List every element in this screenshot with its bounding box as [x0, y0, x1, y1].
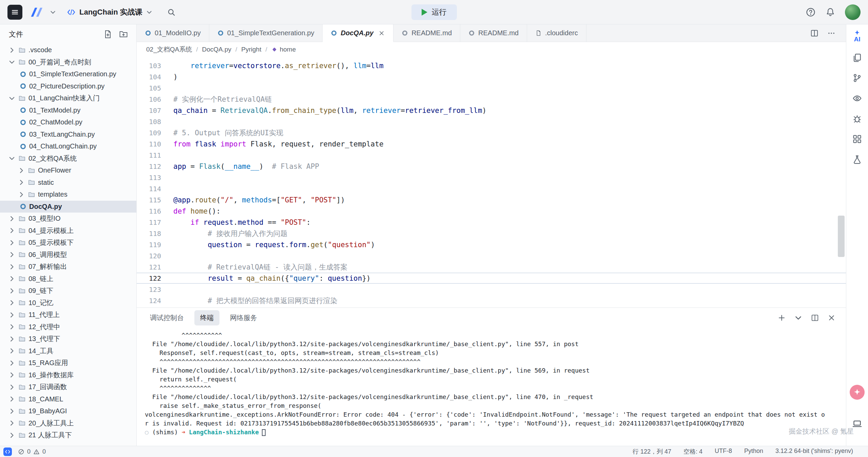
tree-folder-item[interactable]: 02_文档QA系统 [0, 153, 136, 165]
ai-assistant-icon[interactable]: AI [851, 30, 864, 42]
split-editor-icon[interactable] [810, 29, 819, 38]
new-folder-icon[interactable] [119, 29, 128, 39]
tree-folder-item[interactable]: 09_链下 [0, 285, 136, 297]
tree-folder-item[interactable]: .vscode [0, 44, 136, 56]
tree-folder-item[interactable]: 16_操作数据库 [0, 369, 136, 381]
editor-tab[interactable]: DocQA.py [323, 24, 393, 42]
panel-tab[interactable]: 网络服务 [224, 310, 263, 325]
statusbar-item[interactable]: 空格: 4 [683, 448, 702, 456]
code-editor[interactable]: 103 retriever=vectorstore.as_retriever()… [137, 57, 846, 307]
close-panel-icon[interactable] [827, 314, 836, 322]
code-line-104[interactable]: 104) [137, 71, 846, 82]
code-line-122[interactable]: 122 result = qa_chain({"query": question… [137, 273, 846, 284]
code-line-116[interactable]: 116def home(): [137, 205, 846, 217]
breadcrumb-item[interactable]: DocQA.py [202, 46, 231, 53]
editor-tab[interactable]: 01_SimpleTextGeneration.py [209, 24, 323, 42]
code-line-110[interactable]: 110from flask import Flask, request, ren… [137, 138, 846, 150]
more-actions-icon[interactable] [827, 29, 836, 38]
tree-file-item[interactable]: 01_SimpleTextGeneration.py [0, 68, 136, 80]
editor-tab[interactable]: 01_ModelIO.py [137, 24, 209, 42]
code-line-119[interactable]: 119 question = request.form.get("questio… [137, 239, 846, 250]
tree-file-item[interactable]: 02_PictureDescription.py [0, 80, 136, 93]
split-terminal-icon[interactable] [811, 314, 819, 322]
tree-folder-item[interactable]: 17_回调函数 [0, 381, 136, 393]
tree-folder-item[interactable]: 01_LangChain快速入门 [0, 92, 136, 104]
terminal-output[interactable]: ^^^^^^^^^^^ File "/home/cloudide/.local/… [137, 327, 846, 446]
panel-tab[interactable]: 调试控制台 [144, 310, 190, 325]
tree-folder-item[interactable]: 14_工具 [0, 345, 136, 357]
file-copy-icon[interactable] [851, 51, 864, 64]
tree-folder-item[interactable]: 07_解析输出 [0, 261, 136, 273]
tree-folder-item[interactable]: 15_RAG应用 [0, 357, 136, 369]
tree-folder-item[interactable]: 20_人脉工具上 [0, 417, 136, 430]
help-icon[interactable] [806, 7, 816, 17]
statusbar-item[interactable]: Python [744, 448, 763, 456]
assistant-badge-icon[interactable] [850, 385, 865, 400]
bell-icon[interactable] [825, 7, 835, 17]
tree-file-item[interactable]: 03_TextLangChain.py [0, 128, 136, 141]
editor-tab[interactable]: .cloudiderc [527, 24, 586, 42]
tree-folder-item[interactable]: 03_模型IO [0, 213, 136, 225]
run-button[interactable]: 运行 [411, 4, 457, 20]
code-line-124[interactable]: 124 # 把大模型的回答结果返回网页进行渲染 [137, 295, 846, 306]
tree-folder-item[interactable]: 04_提示模板上 [0, 225, 136, 237]
chevron-down-icon[interactable] [50, 9, 56, 16]
tree-folder-item[interactable]: static [0, 177, 136, 189]
breadcrumb-item[interactable]: 02_文档QA系统 [146, 45, 192, 54]
tree-file-item[interactable]: 01_TextModel.py [0, 104, 136, 117]
tree-folder-item[interactable]: OneFlower [0, 164, 136, 177]
code-line-112[interactable]: 112app = Flask(__name__) # Flask APP [137, 161, 846, 172]
statusbar-item[interactable]: 行 122，列 47 [633, 448, 671, 456]
debug-icon[interactable] [851, 112, 864, 125]
menu-button[interactable] [7, 5, 22, 20]
extensions-icon[interactable] [851, 133, 864, 145]
code-line-123[interactable]: 123 [137, 284, 846, 295]
workspace-switcher[interactable]: LangChain 实战课 [66, 7, 153, 17]
preview-icon[interactable] [851, 92, 864, 105]
tests-icon[interactable] [851, 153, 864, 166]
avatar[interactable] [845, 4, 861, 20]
terminal-dropdown-icon[interactable] [794, 314, 803, 322]
code-line-121[interactable]: 121 # RetrievalQA链 - 读入问题，生成答案 [137, 261, 846, 273]
tree-folder-item[interactable]: 12_代理中 [0, 321, 136, 333]
tree-folder-item[interactable]: 19_BabyAGI [0, 405, 136, 417]
code-line-111[interactable]: 111 [137, 150, 846, 161]
editor-tab[interactable]: README.md [460, 24, 527, 42]
statusbar-item[interactable]: 3.12.2 64-bit ('shims': pyenv) [775, 448, 853, 456]
breadcrumb-item[interactable]: Pyright [241, 46, 261, 53]
tree-folder-item[interactable]: templates [0, 188, 136, 201]
search-icon[interactable] [167, 8, 176, 17]
code-line-118[interactable]: 118 # 接收用户输入作为问题 [137, 228, 846, 239]
tree-file-item[interactable]: DocQA.py [0, 201, 136, 213]
code-line-115[interactable]: 115@app.route("/", methods=["GET", "POST… [137, 194, 846, 205]
code-line-107[interactable]: 107qa_chain = RetrievalQA.from_chain_typ… [137, 105, 846, 116]
tree-folder-item[interactable]: 18_CAMEL [0, 393, 136, 405]
code-line-109[interactable]: 109# 5. Output 问答系统的UI实现 [137, 127, 846, 138]
tree-folder-item[interactable]: 00_开篇词_奇点时刻 [0, 56, 136, 68]
code-line-103[interactable]: 103 retriever=vectorstore.as_retriever()… [137, 60, 846, 71]
tree-file-item[interactable]: 02_ChatModel.py [0, 116, 136, 128]
new-file-icon[interactable] [103, 29, 113, 39]
remote-indicator[interactable] [3, 448, 12, 456]
code-line-120[interactable]: 120 [137, 250, 846, 261]
tree-folder-item[interactable]: 06_调用模型 [0, 249, 136, 261]
tree-folder-item[interactable]: 21 人脉工具下 [0, 429, 136, 441]
tree-folder-item[interactable]: 10_记忆 [0, 297, 136, 309]
code-line-117[interactable]: 117 if request.method == "POST": [137, 217, 846, 228]
code-line-105[interactable]: 105 [137, 82, 846, 94]
tree-folder-item[interactable]: 05_提示模板下 [0, 237, 136, 249]
tree-folder-item[interactable]: 13_代理下 [0, 333, 136, 345]
tree-file-item[interactable]: 04_ChatLongChain.py [0, 140, 136, 153]
code-line-106[interactable]: 106# 实例化一个RetrievalQA链 [137, 94, 846, 105]
breadcrumb-item[interactable]: home [271, 46, 296, 53]
code-line-113[interactable]: 113 [137, 172, 846, 183]
code-line-108[interactable]: 108 [137, 116, 846, 127]
source-control-icon[interactable] [851, 72, 864, 84]
tree-folder-item[interactable]: 11_代理上 [0, 309, 136, 321]
tree-folder-item[interactable]: 08_链上 [0, 273, 136, 285]
close-icon[interactable] [378, 30, 385, 37]
panel-tab[interactable]: 终端 [194, 310, 219, 325]
statusbar-item[interactable]: UTF-8 [715, 448, 732, 456]
editor-tab[interactable]: README.md [393, 24, 460, 42]
editor-scrollbar[interactable] [838, 216, 845, 257]
